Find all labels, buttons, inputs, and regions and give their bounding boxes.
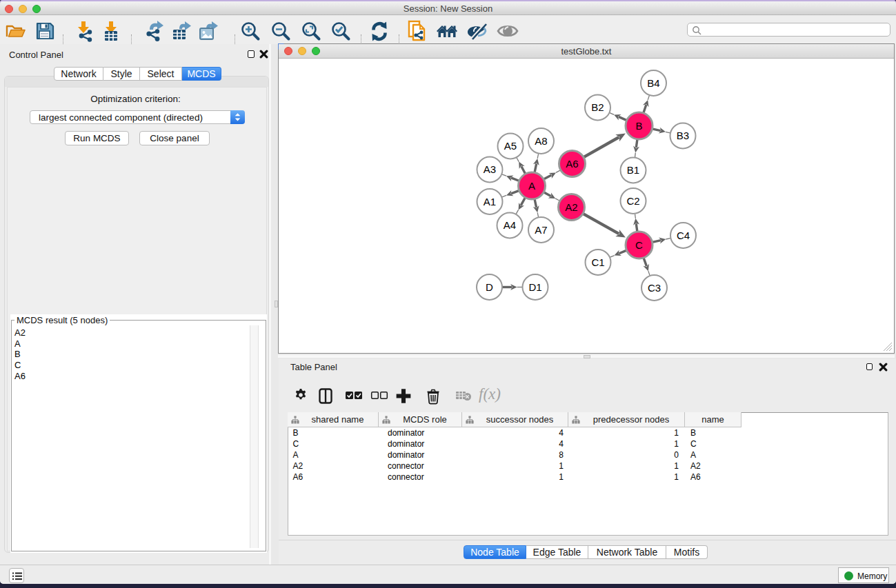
svg-text:B2: B2	[591, 101, 604, 113]
svg-text:A2: A2	[565, 201, 577, 213]
svg-text:A7: A7	[535, 224, 547, 236]
svg-text:A5: A5	[504, 140, 517, 152]
svg-text:A1: A1	[484, 196, 496, 207]
svg-text:D1: D1	[528, 281, 541, 293]
svg-text:B: B	[635, 120, 642, 132]
svg-text:A: A	[528, 180, 535, 192]
svg-text:A4: A4	[504, 219, 516, 231]
svg-text:B4: B4	[647, 77, 659, 89]
svg-text:C1: C1	[591, 256, 604, 268]
svg-text:C3: C3	[648, 282, 661, 294]
svg-text:D: D	[486, 281, 493, 293]
svg-text:B3: B3	[677, 130, 689, 141]
svg-text:A8: A8	[535, 135, 547, 147]
svg-text:C4: C4	[677, 230, 690, 241]
svg-text:C2: C2	[626, 195, 639, 207]
svg-text:B1: B1	[627, 164, 639, 176]
svg-text:C: C	[635, 239, 643, 251]
svg-text:A3: A3	[484, 163, 496, 175]
svg-text:A6: A6	[566, 158, 578, 170]
